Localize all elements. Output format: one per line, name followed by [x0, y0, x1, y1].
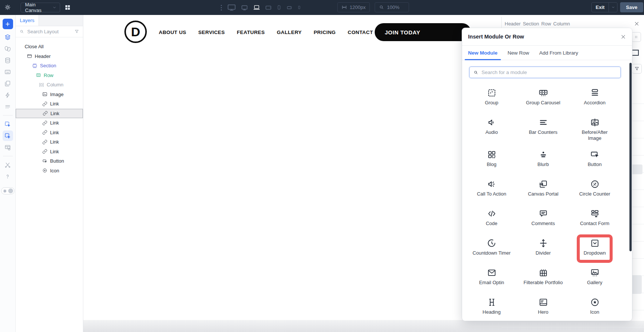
panel-position-button[interactable] — [631, 32, 641, 42]
database-button[interactable] — [3, 55, 13, 65]
filter-button[interactable] — [632, 64, 642, 74]
site-logo[interactable]: D — [124, 21, 147, 43]
nav-link[interactable]: FEATURES — [237, 30, 265, 35]
phone-small-icon[interactable] — [297, 5, 301, 10]
select-module-button[interactable] — [3, 119, 13, 129]
nav-link[interactable]: ABOUT US — [159, 30, 186, 35]
search-icon — [379, 4, 384, 10]
layer-column[interactable]: Column — [16, 80, 83, 90]
module-before-after-image[interactable]: Before/After Image — [569, 109, 620, 141]
breadcrumb-item[interactable]: Header — [505, 21, 521, 27]
keyboard-shortcuts-button[interactable] — [3, 67, 13, 77]
design-presets-button[interactable] — [3, 43, 13, 54]
toolbar-drag-handle[interactable] — [221, 5, 222, 10]
module-contact-form[interactable]: Contact Form — [569, 200, 620, 230]
settings-close-icon[interactable] — [634, 21, 640, 27]
module-canvas-portal[interactable]: Canvas Portal — [517, 171, 569, 200]
layers-search-input[interactable] — [27, 29, 71, 34]
modal-scrollbar[interactable] — [629, 63, 632, 251]
module-group[interactable]: Group — [466, 80, 517, 109]
layer-row[interactable]: Row — [16, 71, 83, 80]
row-icon — [36, 73, 41, 78]
module-code[interactable]: Code — [466, 200, 517, 230]
module-search-input[interactable] — [482, 70, 617, 75]
save-button[interactable]: Save — [620, 2, 643, 12]
tab-new-row[interactable]: New Row — [508, 46, 529, 60]
join-today-button[interactable]: JOIN TODAY — [375, 23, 471, 41]
module-accordion[interactable]: Accordion — [569, 80, 620, 109]
nav-link[interactable]: CONTACT — [348, 30, 373, 35]
module-comments[interactable]: Comments — [517, 200, 569, 230]
module-call-to-action[interactable]: Call To Action — [466, 171, 517, 200]
add-icon — [4, 21, 11, 28]
quick-actions-button[interactable] — [3, 90, 13, 100]
module-hero[interactable]: Hero — [517, 289, 569, 319]
modal-header: Insert Module Or Row — [462, 28, 632, 46]
pages-button[interactable] — [3, 78, 13, 89]
grid-view-icon[interactable] — [64, 4, 71, 11]
layer-link[interactable]: Link — [16, 147, 83, 157]
exit-button[interactable]: Exit — [591, 2, 617, 12]
breadcrumb-item[interactable]: Section — [523, 21, 539, 27]
layer-link[interactable]: Link — [16, 99, 83, 109]
module-audio[interactable]: Audio — [466, 109, 517, 141]
search-icon — [19, 29, 24, 34]
list-view-button[interactable] — [3, 101, 13, 112]
layer-section[interactable]: Section — [16, 61, 83, 71]
help-button[interactable] — [3, 171, 13, 182]
module-icon[interactable]: Icon — [569, 289, 620, 319]
module-blurb[interactable]: Blurb — [517, 141, 569, 171]
zoom-control[interactable]: 100% — [375, 2, 409, 12]
module-circle-counter[interactable]: Circle Counter — [569, 171, 620, 200]
add-button[interactable] — [3, 19, 13, 29]
select-row-button[interactable] — [3, 130, 13, 141]
desktop-large-icon[interactable] — [227, 3, 236, 12]
close-all-button[interactable]: Close All — [16, 42, 83, 52]
tab-add-from-library[interactable]: Add From Library — [539, 46, 578, 60]
layer-link[interactable]: Link — [16, 118, 83, 128]
desktop-icon[interactable] — [241, 4, 248, 12]
layers-button[interactable] — [3, 32, 13, 42]
phone-landscape-icon[interactable] — [286, 4, 292, 11]
module-filterable-portfolio[interactable]: Filterable Portfolio — [517, 259, 569, 289]
module-countdown-timer[interactable]: Countdown Timer — [466, 230, 517, 259]
gear-icon[interactable] — [4, 4, 11, 11]
module-label: Countdown Timer — [473, 250, 511, 256]
module-label: Blog — [487, 162, 496, 167]
canvas-width-control[interactable]: 1200px — [337, 2, 370, 12]
layer-image[interactable]: Image — [16, 90, 83, 99]
tablet-landscape-icon[interactable] — [265, 4, 272, 11]
layer-link[interactable]: Link — [16, 128, 83, 138]
builder-mode-toggle[interactable] — [1, 187, 15, 194]
canvas-select[interactable]: Main Canvas — [21, 3, 60, 12]
breadcrumb-item[interactable]: Column — [553, 21, 570, 27]
layer-link[interactable]: Link — [16, 137, 83, 147]
tools-button[interactable] — [3, 160, 13, 170]
funnel-icon[interactable] — [74, 29, 79, 34]
module-divider[interactable]: Divider — [517, 230, 569, 259]
module-button[interactable]: Button — [569, 141, 620, 171]
module-heading[interactable]: Heading — [466, 289, 517, 319]
laptop-icon[interactable] — [253, 4, 260, 11]
nav-link[interactable]: GALLERY — [277, 30, 302, 35]
module-blog[interactable]: Blog — [466, 141, 517, 171]
breadcrumb-item[interactable]: Row — [541, 21, 551, 27]
module-dropdown[interactable]: Dropdown — [569, 230, 620, 259]
module-gallery[interactable]: Gallery — [569, 259, 620, 289]
exit-options-caret[interactable] — [609, 3, 617, 12]
module-bar-counters[interactable]: Bar Counters — [517, 109, 569, 141]
modal-close-icon[interactable] — [620, 34, 626, 40]
help-icon — [4, 173, 11, 180]
layer-header[interactable]: Header — [16, 52, 83, 61]
layer-link-selected[interactable]: Link — [16, 109, 83, 119]
nav-link[interactable]: PRICING — [314, 30, 336, 35]
nav-link[interactable]: SERVICES — [198, 30, 225, 35]
module-group-carousel[interactable]: Group Carousel — [517, 80, 569, 109]
module-email-optin[interactable]: Email Optin — [466, 259, 517, 289]
layer-button[interactable]: Button — [16, 156, 83, 166]
layer-icon[interactable]: Icon — [16, 166, 83, 176]
tab-new-module[interactable]: New Module — [468, 46, 498, 60]
layout-settings-button[interactable] — [3, 142, 13, 153]
tab-layers[interactable]: Layers — [16, 15, 39, 26]
phone-portrait-icon[interactable] — [276, 5, 282, 10]
